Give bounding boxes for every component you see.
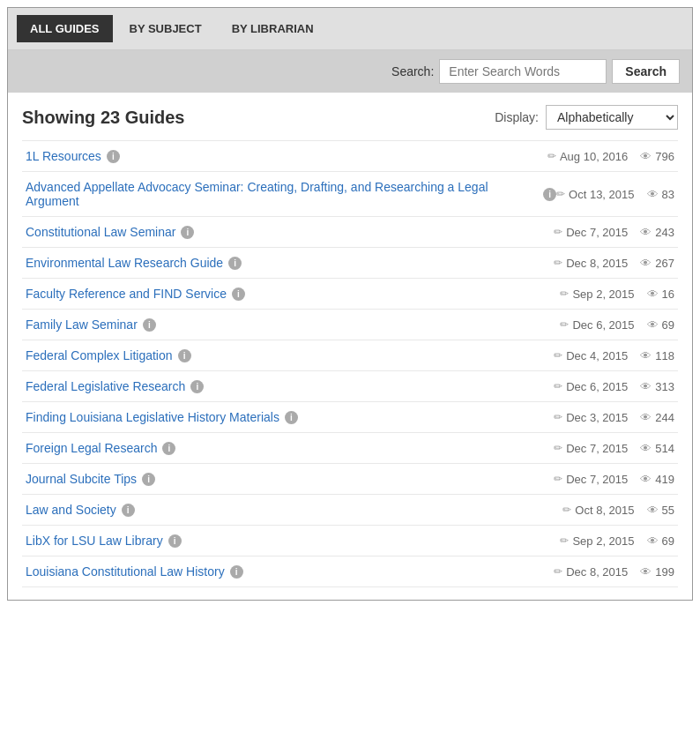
display-select[interactable]: Alphabetically By Subject By Librarian R… — [546, 105, 678, 130]
info-icon[interactable]: i — [107, 150, 120, 163]
search-input[interactable] — [439, 59, 607, 84]
guide-link[interactable]: Environmental Law Research Guide — [26, 256, 223, 270]
guides-header: Showing 23 Guides Display: Alphabeticall… — [22, 105, 678, 130]
guide-date: ✏ Dec 7, 2015 — [554, 473, 628, 486]
guide-left: Federal Complex Litigation i — [26, 348, 191, 362]
info-icon[interactable]: i — [178, 349, 191, 362]
guide-left: Family Law Seminar i — [26, 317, 156, 332]
search-button[interactable]: Search — [612, 59, 680, 84]
info-icon[interactable]: i — [143, 318, 156, 332]
edit-icon: ✏ — [554, 349, 562, 362]
guide-link[interactable]: Foreign Legal Research — [26, 441, 157, 455]
guide-right: ✏ Aug 10, 2016 👁 796 — [547, 150, 674, 163]
edit-icon: ✏ — [554, 257, 562, 269]
edit-icon: ✏ — [560, 534, 569, 547]
guide-left: LibX for LSU Law Library i — [26, 534, 182, 548]
info-icon[interactable]: i — [190, 380, 204, 393]
list-item: 1L Resources i ✏ Aug 10, 2016 👁 796 — [22, 140, 678, 172]
guide-left: Environmental Law Research Guide i — [26, 256, 242, 270]
guide-right: ✏ Oct 13, 2015 👁 83 — [556, 188, 674, 201]
guide-right: ✏ Dec 4, 2015 👁 118 — [554, 349, 674, 362]
guide-right: ✏ Dec 7, 2015 👁 419 — [554, 473, 674, 486]
list-item: Louisiana Constitutional Law History i ✏… — [22, 556, 678, 587]
tab-bar: ALL GUIDES BY SUBJECT BY LIBRARIAN — [8, 8, 692, 50]
guide-date: ✏ Dec 6, 2015 — [560, 318, 634, 332]
guide-date: ✏ Dec 8, 2015 — [554, 565, 628, 579]
edit-icon: ✏ — [554, 565, 562, 578]
guide-link[interactable]: Journal Subcite Tips — [26, 472, 137, 486]
edit-icon: ✏ — [554, 442, 562, 454]
info-icon[interactable]: i — [285, 411, 298, 424]
list-item: Environmental Law Research Guide i ✏ Dec… — [22, 248, 678, 279]
guide-link[interactable]: Family Law Seminar — [26, 317, 138, 332]
eye-icon: 👁 — [647, 188, 659, 201]
info-icon[interactable]: i — [122, 504, 135, 517]
edit-icon: ✏ — [554, 411, 562, 423]
guide-link[interactable]: Advanced Appellate Advocacy Seminar: Cre… — [26, 180, 538, 208]
edit-icon: ✏ — [562, 504, 571, 516]
info-icon[interactable]: i — [162, 442, 175, 455]
guide-link[interactable]: Finding Louisiana Legislative History Ma… — [26, 410, 279, 424]
list-item: Faculty Reference and FIND Service i ✏ S… — [22, 279, 678, 310]
guide-date: ✏ Dec 7, 2015 — [554, 226, 628, 239]
guide-left: Federal Legislative Research i — [26, 379, 204, 393]
guide-link[interactable]: 1L Resources — [26, 149, 101, 163]
guide-right: ✏ Dec 7, 2015 👁 243 — [554, 226, 674, 239]
guide-link[interactable]: Federal Complex Litigation — [26, 348, 173, 362]
edit-icon: ✏ — [547, 150, 556, 162]
guide-date: ✏ Sep 2, 2015 — [560, 534, 634, 548]
eye-icon: 👁 — [647, 288, 659, 301]
tab-by-subject[interactable]: BY SUBJECT — [116, 15, 215, 42]
guide-link[interactable]: Constitutional Law Seminar — [26, 225, 175, 239]
eye-icon: 👁 — [647, 534, 659, 548]
guide-right: ✏ Dec 8, 2015 👁 267 — [554, 257, 674, 270]
info-icon[interactable]: i — [168, 534, 182, 548]
tab-by-librarian[interactable]: BY LIBRARIAN — [219, 15, 327, 42]
guide-date: ✏ Oct 8, 2015 — [562, 504, 634, 517]
edit-icon: ✏ — [554, 226, 562, 238]
info-icon[interactable]: i — [543, 188, 556, 201]
info-icon[interactable]: i — [232, 288, 245, 301]
guide-list: 1L Resources i ✏ Aug 10, 2016 👁 796 Adva… — [22, 140, 678, 587]
info-icon[interactable]: i — [181, 226, 194, 239]
eye-icon: 👁 — [647, 504, 659, 517]
eye-icon: 👁 — [640, 226, 652, 239]
guide-link[interactable]: Louisiana Constitutional Law History — [26, 564, 225, 579]
guide-right: ✏ Dec 6, 2015 👁 313 — [554, 380, 674, 393]
eye-icon: 👁 — [640, 473, 652, 486]
edit-icon: ✏ — [556, 188, 565, 200]
guide-link[interactable]: Faculty Reference and FIND Service — [26, 287, 227, 301]
guide-right: ✏ Sep 2, 2015 👁 69 — [560, 534, 674, 548]
guide-left: Law and Society i — [26, 503, 135, 517]
guide-date: ✏ Dec 7, 2015 — [554, 442, 628, 455]
edit-icon: ✏ — [554, 473, 562, 485]
guide-link[interactable]: Federal Legislative Research — [26, 379, 185, 393]
eye-icon: 👁 — [640, 380, 652, 393]
display-control: Display: Alphabetically By Subject By Li… — [495, 105, 678, 130]
guide-link[interactable]: LibX for LSU Law Library — [26, 534, 163, 548]
guide-views: 👁 419 — [640, 473, 674, 486]
guide-views: 👁 313 — [640, 380, 674, 393]
guide-date: ✏ Dec 4, 2015 — [554, 349, 628, 362]
info-icon[interactable]: i — [142, 473, 155, 486]
eye-icon: 👁 — [640, 565, 652, 579]
tab-all-guides[interactable]: ALL GUIDES — [17, 15, 113, 42]
guide-right: ✏ Sep 2, 2015 👁 16 — [560, 288, 674, 301]
guide-views: 👁 199 — [640, 565, 674, 579]
guide-link[interactable]: Law and Society — [26, 503, 116, 517]
list-item: Constitutional Law Seminar i ✏ Dec 7, 20… — [22, 217, 678, 248]
guide-left: Finding Louisiana Legislative History Ma… — [26, 410, 298, 424]
guide-left: Advanced Appellate Advocacy Seminar: Cre… — [26, 180, 556, 208]
guide-views: 👁 796 — [640, 150, 674, 163]
list-item: Federal Legislative Research i ✏ Dec 6, … — [22, 371, 678, 402]
guide-views: 👁 69 — [647, 318, 674, 332]
guide-right: ✏ Oct 8, 2015 👁 55 — [562, 504, 674, 517]
list-item: Journal Subcite Tips i ✏ Dec 7, 2015 👁 4… — [22, 464, 678, 495]
guide-left: Faculty Reference and FIND Service i — [26, 287, 245, 301]
eye-icon: 👁 — [640, 411, 652, 424]
info-icon[interactable]: i — [228, 257, 242, 270]
eye-icon: 👁 — [640, 442, 652, 455]
search-bar: Search: Search — [8, 50, 692, 93]
info-icon[interactable]: i — [230, 565, 243, 579]
guide-right: ✏ Dec 7, 2015 👁 514 — [554, 442, 674, 455]
